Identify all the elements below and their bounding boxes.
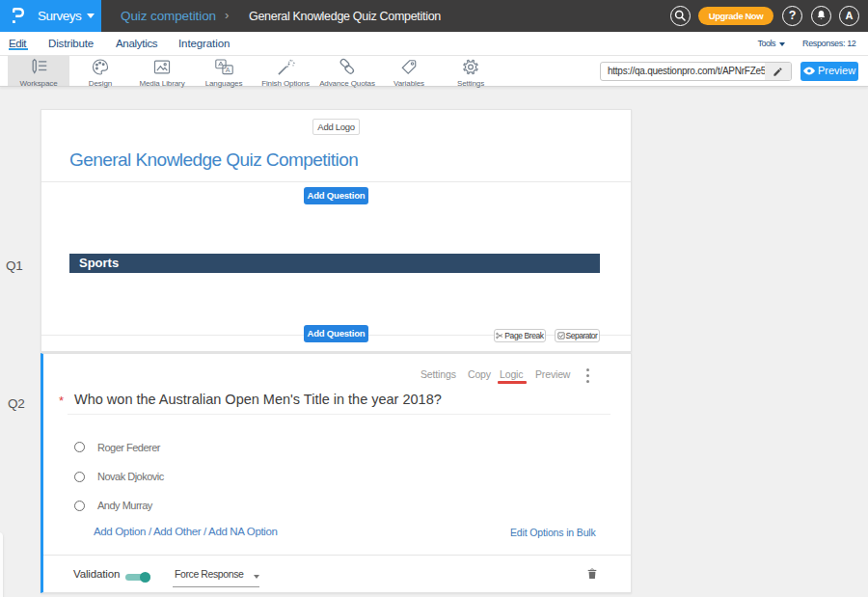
svg-text:A: A <box>225 67 230 74</box>
